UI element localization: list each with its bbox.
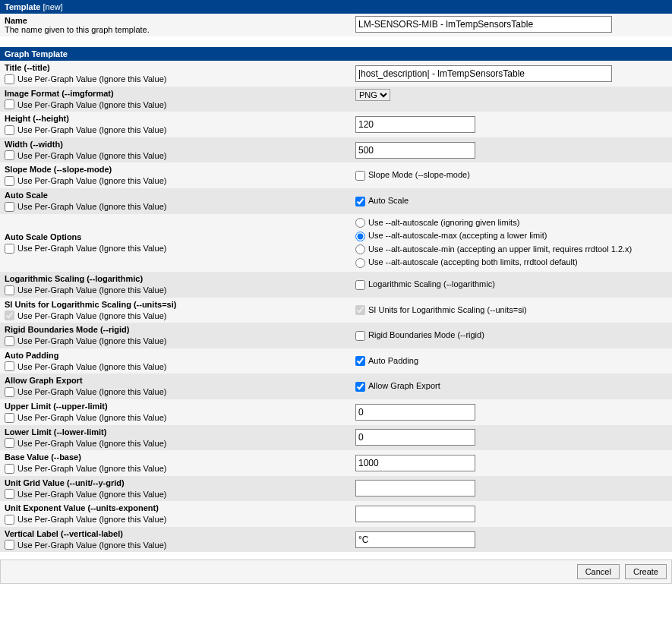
autoscaleopt-radio-1-label: Use --alt-autoscale (ignoring given limi… xyxy=(368,218,519,227)
export-pergraph-checkbox[interactable] xyxy=(5,387,14,397)
upper-input[interactable] xyxy=(355,404,475,421)
rigid-checkbox-label: Rigid Boundaries Mode (--rigid) xyxy=(368,330,484,339)
log-label: Logarithmic Scaling (--logarithmic) xyxy=(5,274,143,283)
si-checkbox[interactable] xyxy=(355,305,365,315)
unitexp-pergraph-checkbox[interactable] xyxy=(5,515,14,525)
export-checkbox-label: Allow Graph Export xyxy=(368,381,440,390)
height-input[interactable] xyxy=(355,116,475,133)
title-pergraph-checkbox[interactable] xyxy=(5,74,14,84)
rigid-label: Rigid Boundaries Mode (--rigid) xyxy=(5,325,129,334)
rigid-pergraph-checkbox[interactable] xyxy=(5,336,14,346)
unitgrid-input[interactable] xyxy=(355,480,475,496)
height-label: Height (--height) xyxy=(5,114,69,123)
template-section-header: Template [new] xyxy=(0,0,672,14)
cancel-button[interactable] xyxy=(577,564,620,579)
slope-pergraph-checkbox[interactable] xyxy=(5,176,14,186)
unitgrid-label: Unit Grid Value (--unit/--y-grid) xyxy=(5,478,125,487)
pad-label: Auto Padding xyxy=(5,351,59,360)
template-header-tag: [new] xyxy=(43,2,63,11)
autoscaleopt-radio-3[interactable] xyxy=(355,244,365,254)
pad-pergraph-checkbox[interactable] xyxy=(5,361,14,371)
imgformat-pergraph-checkbox[interactable] xyxy=(5,99,14,109)
rigid-checkbox[interactable] xyxy=(355,331,365,341)
rigid-pergraph-label: Use Per-Graph Value (Ignore this Value) xyxy=(17,336,166,345)
autoscaleopt-pergraph-label: Use Per-Graph Value (Ignore this Value) xyxy=(17,244,166,253)
imgformat-label: Image Format (--imgformat) xyxy=(5,89,114,98)
height-pergraph-label: Use Per-Graph Value (Ignore this Value) xyxy=(17,125,166,134)
create-button[interactable] xyxy=(625,564,667,579)
vlabel-label: Vertical Label (--vertical-label) xyxy=(5,529,123,538)
unitexp-label: Unit Exponent Value (--units-exponent) xyxy=(5,503,159,512)
title-pergraph-label: Use Per-Graph Value (Ignore this Value) xyxy=(17,74,166,84)
graph-template-form: Title (--title) Use Per-Graph Value (Ign… xyxy=(0,61,672,552)
slope-checkbox-label: Slope Mode (--slope-mode) xyxy=(368,170,470,179)
unitexp-input[interactable] xyxy=(355,506,475,522)
log-pergraph-label: Use Per-Graph Value (Ignore this Value) xyxy=(17,285,166,295)
width-label: Width (--width) xyxy=(5,140,63,149)
pad-checkbox-label: Auto Padding xyxy=(368,356,418,365)
export-checkbox[interactable] xyxy=(355,382,365,392)
base-pergraph-checkbox[interactable] xyxy=(5,464,14,474)
autoscaleopt-radio-2-label: Use --alt-autoscale-max (accepting a low… xyxy=(368,231,547,240)
export-label: Allow Graph Export xyxy=(5,376,83,385)
autoscale-label: Auto Scale xyxy=(5,191,48,200)
autoscale-checkbox[interactable] xyxy=(355,197,365,206)
autoscaleopt-radio-3-label: Use --alt-autoscale-min (accepting an up… xyxy=(368,244,632,254)
si-checkbox-label: SI Units for Logarithmic Scaling (--unit… xyxy=(368,305,527,314)
si-pergraph-checkbox[interactable] xyxy=(5,310,14,320)
slope-checkbox[interactable] xyxy=(355,171,365,181)
si-label: SI Units for Logarithmic Scaling (--unit… xyxy=(5,300,176,309)
unitexp-pergraph-label: Use Per-Graph Value (Ignore this Value) xyxy=(17,515,166,524)
slope-pergraph-label: Use Per-Graph Value (Ignore this Value) xyxy=(17,176,166,185)
si-pergraph-label: Use Per-Graph Value (Ignore this Value) xyxy=(17,311,166,320)
vlabel-pergraph-checkbox[interactable] xyxy=(5,540,14,550)
template-header-title: Template xyxy=(5,2,40,11)
autoscaleopt-radio-4-label: Use --alt-autoscale (accepting both limi… xyxy=(368,257,578,266)
autoscaleopt-radio-4[interactable] xyxy=(355,258,365,268)
lower-label: Lower Limit (--lower-limit) xyxy=(5,427,106,437)
name-desc: The name given to this graph template. xyxy=(5,25,150,34)
unitgrid-pergraph-checkbox[interactable] xyxy=(5,489,14,499)
unitgrid-pergraph-label: Use Per-Graph Value (Ignore this Value) xyxy=(17,490,166,499)
name-label: Name xyxy=(5,16,27,25)
autoscale-pergraph-label: Use Per-Graph Value (Ignore this Value) xyxy=(17,202,166,211)
width-pergraph-checkbox[interactable] xyxy=(5,150,14,160)
upper-label: Upper Limit (--upper-limit) xyxy=(5,402,108,411)
autoscaleopt-label: Auto Scale Options xyxy=(5,232,81,241)
log-pergraph-checkbox[interactable] xyxy=(5,285,14,295)
export-pergraph-label: Use Per-Graph Value (Ignore this Value) xyxy=(17,387,166,396)
base-label: Base Value (--base) xyxy=(5,452,81,462)
slope-label: Slope Mode (--slope-mode) xyxy=(5,165,112,174)
imgformat-pergraph-label: Use Per-Graph Value (Ignore this Value) xyxy=(17,100,166,109)
base-input[interactable] xyxy=(355,455,475,471)
lower-pergraph-checkbox[interactable] xyxy=(5,438,14,448)
upper-pergraph-checkbox[interactable] xyxy=(5,413,14,423)
graph-template-header-title: Graph Template xyxy=(5,49,68,58)
autoscaleopt-radio-2[interactable] xyxy=(355,232,365,241)
log-checkbox-label: Logarithmic Scaling (--logarithmic) xyxy=(368,279,495,288)
autoscaleopt-radio-1[interactable] xyxy=(355,218,365,228)
footer-bar xyxy=(0,560,672,584)
width-input[interactable] xyxy=(355,142,475,159)
autoscaleopt-pergraph-checkbox[interactable] xyxy=(5,244,14,254)
base-pergraph-label: Use Per-Graph Value (Ignore this Value) xyxy=(17,464,166,473)
upper-pergraph-label: Use Per-Graph Value (Ignore this Value) xyxy=(17,413,166,422)
log-checkbox[interactable] xyxy=(355,280,365,290)
autoscale-pergraph-checkbox[interactable] xyxy=(5,202,14,212)
lower-input[interactable] xyxy=(355,429,475,446)
height-pergraph-checkbox[interactable] xyxy=(5,125,14,135)
name-input[interactable] xyxy=(355,16,612,33)
title-label: Title (--title) xyxy=(5,63,50,72)
graph-template-section-header: Graph Template xyxy=(0,47,672,61)
width-pergraph-label: Use Per-Graph Value (Ignore this Value) xyxy=(17,151,166,160)
pad-checkbox[interactable] xyxy=(355,356,365,366)
lower-pergraph-label: Use Per-Graph Value (Ignore this Value) xyxy=(17,439,166,448)
imgformat-select[interactable]: PNG xyxy=(355,89,390,101)
pad-pergraph-label: Use Per-Graph Value (Ignore this Value) xyxy=(17,362,166,371)
template-form: Name The name given to this graph templa… xyxy=(0,14,672,36)
vlabel-pergraph-label: Use Per-Graph Value (Ignore this Value) xyxy=(17,541,166,550)
autoscale-checkbox-label: Auto Scale xyxy=(368,196,409,205)
title-input[interactable] xyxy=(355,65,612,82)
vlabel-input[interactable] xyxy=(355,531,475,548)
